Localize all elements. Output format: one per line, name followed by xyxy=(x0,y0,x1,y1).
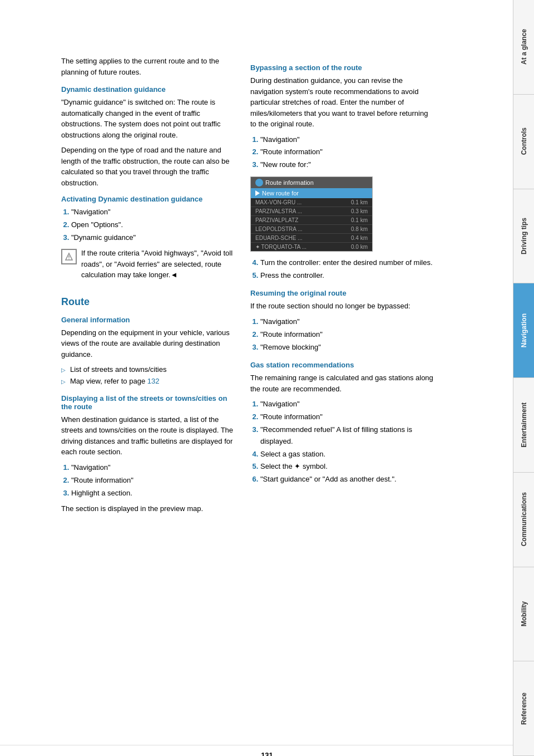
general-info-text: Depending on the equipment in your vehic… xyxy=(61,327,234,360)
route-heading: Route xyxy=(61,296,234,308)
dynamic-guidance-desc2: Depending on the type of road and the na… xyxy=(61,145,234,188)
activating-step-2: Open "Options". xyxy=(71,219,234,231)
route-row-1: MAX-VON-GRU ... 0.1 km xyxy=(251,198,372,207)
arrow-right-icon xyxy=(255,190,260,196)
sidebar-tab-at-a-glance[interactable]: At a glance xyxy=(513,0,534,95)
general-info-heading: General information xyxy=(61,316,234,324)
note-icon xyxy=(61,249,77,264)
bypassing-step-1: "Navigation" xyxy=(260,134,434,146)
gas-step-6: "Start guidance" or "Add as another dest… xyxy=(260,474,434,485)
sidebar-tab-entertainment[interactable]: Entertainment xyxy=(513,378,534,473)
sidebar-tab-navigation[interactable]: Navigation xyxy=(513,283,534,378)
route-row-3-name: PARZIVALPLATZ xyxy=(255,217,298,223)
sidebar-tab-communications[interactable]: Communications xyxy=(513,473,534,567)
resuming-steps: "Navigation" "Route information" "Remove… xyxy=(260,316,434,353)
page-link-132[interactable]: 132 xyxy=(147,377,160,385)
route-row-5-dist: 0.4 km xyxy=(351,235,368,241)
gas-step-1: "Navigation" xyxy=(260,399,434,410)
displaying-step-2: "Route information" xyxy=(71,475,234,487)
bypassing-step-3: "New route for:" xyxy=(260,159,434,171)
bypassing-steps: "Navigation" "Route information" "New ro… xyxy=(260,134,434,171)
displaying-footer: The section is displayed in the preview … xyxy=(61,503,234,514)
main-content: The setting applies to the current route… xyxy=(0,0,513,756)
sidebar-label-at-a-glance: At a glance xyxy=(520,29,528,65)
route-info-selected-label: New route for xyxy=(262,190,299,197)
sidebar-label-entertainment: Entertainment xyxy=(520,402,528,448)
gas-step-3: "Recommended refuel" A list of filling s… xyxy=(260,424,434,448)
route-icon-circle xyxy=(255,179,263,186)
route-row-6-name: ✦ TORQUATO-TA ... xyxy=(255,244,306,250)
left-column: The setting applies to the current route… xyxy=(61,56,234,734)
resuming-step-2: "Route information" xyxy=(260,329,434,341)
activating-heading: Activating Dynamic destination guidance xyxy=(61,195,234,203)
bypassing-heading: Bypassing a section of the route xyxy=(250,63,434,72)
sidebar: At a glance Controls Driving tips Naviga… xyxy=(513,0,534,756)
route-row-4-name: LEOPOLDSTRA ... xyxy=(255,226,302,232)
bullet-list: List of streets and towns/cities Map vie… xyxy=(61,364,234,387)
bullet-item-2: Map view, refer to page 132 xyxy=(61,376,234,387)
note-box: If the route criteria "Avoid highways", … xyxy=(61,248,234,285)
route-row-2: PARZIVALSTRA ... 0.3 km xyxy=(251,207,372,216)
displaying-steps: "Navigation" "Route information" Highlig… xyxy=(71,462,234,499)
displaying-heading: Displaying a list of the streets or town… xyxy=(61,394,234,411)
activating-step-1: "Navigation" xyxy=(71,207,234,218)
route-row-2-dist: 0.3 km xyxy=(351,208,368,214)
triangle-icon xyxy=(65,252,73,261)
gas-step-2: "Route information" xyxy=(260,411,434,423)
page-container: The setting applies to the current route… xyxy=(0,0,534,756)
sidebar-tab-controls[interactable]: Controls xyxy=(513,95,534,189)
route-info-image: Route information New route for MAX-VON-… xyxy=(250,176,373,252)
note-text: If the route criteria "Avoid highways", … xyxy=(81,248,234,281)
route-row-1-name: MAX-VON-GRU ... xyxy=(255,199,301,205)
sidebar-label-navigation: Navigation xyxy=(520,313,528,347)
activating-step-3: "Dynamic guidance" xyxy=(71,232,234,244)
route-info-header: Route information xyxy=(251,177,372,188)
bullet-item-1: List of streets and towns/cities xyxy=(61,364,234,376)
gas-step-4: Select a gas station. xyxy=(260,449,434,460)
route-row-5: EDUARD-SCHE ... 0.4 km xyxy=(251,234,372,243)
sidebar-tab-mobility[interactable]: Mobility xyxy=(513,567,534,662)
sidebar-label-communications: Communications xyxy=(520,492,528,546)
route-row-3: PARZIVALPLATZ 0.1 km xyxy=(251,216,372,225)
sidebar-label-reference: Reference xyxy=(520,693,528,725)
bypassing-step-4: Turn the controller: enter the desired n… xyxy=(260,257,434,269)
resuming-heading: Resuming the original route xyxy=(250,289,434,297)
bypassing-step-5: Press the controller. xyxy=(260,270,434,282)
route-info-selected-row: New route for xyxy=(251,188,372,198)
route-row-4-dist: 0.8 km xyxy=(351,226,368,232)
dynamic-guidance-heading: Dynamic destination guidance xyxy=(61,85,234,94)
right-column: Bypassing a section of the route During … xyxy=(245,56,434,734)
sidebar-tab-driving-tips[interactable]: Driving tips xyxy=(513,189,534,284)
svg-point-2 xyxy=(68,259,70,260)
gas-station-description: The remaining range is calculated and ga… xyxy=(250,372,434,394)
displaying-step-1: "Navigation" xyxy=(71,462,234,474)
dynamic-guidance-desc1: "Dynamic guidance" is switched on: The r… xyxy=(61,97,234,140)
bypassing-description: During destination guidance, you can rev… xyxy=(250,75,434,130)
activating-steps: "Navigation" Open "Options". "Dynamic gu… xyxy=(71,207,234,243)
route-row-3-dist: 0.1 km xyxy=(351,217,368,223)
resuming-description: If the route section should no longer be… xyxy=(250,301,434,312)
sidebar-label-mobility: Mobility xyxy=(520,601,528,626)
sidebar-label-driving-tips: Driving tips xyxy=(520,218,528,254)
route-info-header-label: Route information xyxy=(265,179,314,186)
gas-step-5: Select the ✦ symbol. xyxy=(260,461,434,473)
route-row-4: LEOPOLDSTRA ... 0.8 km xyxy=(251,225,372,234)
route-row-6-dist: 0.0 km xyxy=(351,244,368,250)
route-row-5-name: EDUARD-SCHE ... xyxy=(255,235,302,241)
intro-text: The setting applies to the current route… xyxy=(61,56,234,77)
route-row-1-dist: 0.1 km xyxy=(351,199,368,205)
bypassing-steps-continued: Turn the controller: enter the desired n… xyxy=(260,257,434,282)
route-row-6: ✦ TORQUATO-TA ... 0.0 km xyxy=(251,243,372,251)
displaying-step-3: Highlight a section. xyxy=(71,488,234,499)
resuming-step-3: "Remove blocking" xyxy=(260,342,434,354)
displaying-text: When destination guidance is started, a … xyxy=(61,414,234,458)
resuming-step-1: "Navigation" xyxy=(260,316,434,328)
route-row-2-name: PARZIVALSTRA ... xyxy=(255,208,302,214)
sidebar-label-controls: Controls xyxy=(520,127,528,155)
sidebar-tab-reference[interactable]: Reference xyxy=(513,661,534,756)
gas-station-steps: "Navigation" "Route information" "Recomm… xyxy=(260,399,434,485)
bypassing-step-2: "Route information" xyxy=(260,146,434,158)
gas-station-heading: Gas station recommendations xyxy=(250,361,434,369)
